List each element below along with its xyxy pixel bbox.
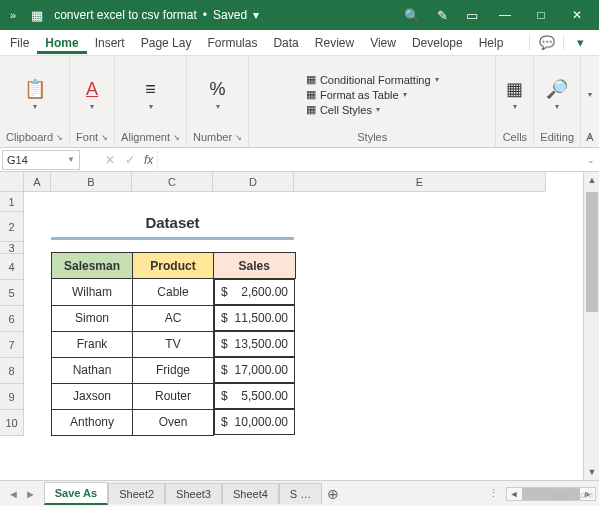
sheet-tab-sheet4[interactable]: Sheet4 <box>222 483 279 504</box>
menu-review[interactable]: Review <box>307 32 362 54</box>
row-header[interactable]: 8 <box>0 358 24 384</box>
table-row: AnthonyOven$10,000.00 <box>52 409 296 435</box>
tab-nav-next-icon[interactable]: ► <box>25 488 36 500</box>
row-header[interactable]: 2 <box>0 212 24 242</box>
group-label-cells: Cells <box>503 131 527 143</box>
ribbon-group-number: %▾ Number↘ <box>187 56 249 147</box>
menu-formulas[interactable]: Formulas <box>199 32 265 54</box>
scroll-up-icon[interactable]: ▲ <box>584 172 599 188</box>
dialog-launcher-icon[interactable]: ↘ <box>56 133 63 142</box>
editing-button[interactable]: 🔎▾ <box>542 76 572 113</box>
quick-access-more-icon[interactable]: » <box>4 9 22 21</box>
group-label-clipboard: Clipboard <box>6 131 53 143</box>
enter-formula-icon[interactable]: ✓ <box>120 153 140 167</box>
dataset-title: Dataset <box>51 210 294 240</box>
menu-file[interactable]: File <box>2 32 37 54</box>
table-icon: ▦ <box>306 88 316 101</box>
col-header-b[interactable]: B <box>51 172 132 192</box>
cells-button[interactable]: ▦▾ <box>502 76 527 113</box>
col-header-c[interactable]: C <box>132 172 213 192</box>
new-sheet-button[interactable]: ⊕ <box>322 486 344 502</box>
collapse-ribbon-icon[interactable]: ㅅ <box>585 131 595 145</box>
sheet-tab-overflow[interactable]: S … <box>279 483 322 504</box>
tab-nav: ◄ ► <box>0 488 44 500</box>
minimize-button[interactable]: — <box>487 8 523 22</box>
ribbon-group-styles: ▦Conditional Formatting▾ ▦Format as Tabl… <box>249 56 496 147</box>
col-header-d[interactable]: D <box>213 172 294 192</box>
row-header[interactable]: 4 <box>0 254 24 280</box>
scroll-left-icon[interactable]: ◄ <box>507 489 521 499</box>
row-header[interactable]: 10 <box>0 410 24 436</box>
title-dropdown-icon[interactable]: ▾ <box>249 8 263 22</box>
tab-split-handle[interactable]: ⋮ <box>484 487 503 500</box>
scrollbar-thumb[interactable] <box>586 192 598 312</box>
vertical-scrollbar[interactable]: ▲ ▼ <box>583 172 599 480</box>
name-box[interactable]: G14▼ <box>2 150 80 170</box>
paste-button[interactable]: 📋▾ <box>20 76 50 113</box>
dialog-launcher-icon[interactable]: ↘ <box>235 133 242 142</box>
scroll-down-icon[interactable]: ▼ <box>584 464 599 480</box>
row-header[interactable]: 1 <box>0 192 24 212</box>
group-label-editing: Editing <box>540 131 574 143</box>
close-button[interactable]: ✕ <box>559 8 595 22</box>
ribbon-group-cells: ▦▾ Cells <box>496 56 534 147</box>
title-bar: » ▦ convert excel to csv format • Saved … <box>0 0 599 30</box>
formula-bar[interactable] <box>157 150 583 170</box>
alignment-button[interactable]: ≡▾ <box>141 77 160 113</box>
fx-label[interactable]: fx <box>140 153 157 167</box>
cells-area[interactable]: Dataset Salesman Product Sales WilhamCab… <box>24 192 570 436</box>
cancel-formula-icon[interactable]: ✕ <box>100 153 120 167</box>
dialog-launcher-icon[interactable]: ↘ <box>173 133 180 142</box>
ribbon-group-clipboard: 📋▾ Clipboard↘ <box>0 56 70 147</box>
col-header-e[interactable]: E <box>294 172 546 192</box>
row-header[interactable]: 3 <box>0 242 24 254</box>
font-button[interactable]: A▾ <box>82 77 102 113</box>
maximize-button[interactable]: □ <box>523 8 559 22</box>
align-icon: ≡ <box>145 79 156 100</box>
clipboard-icon: 📋 <box>24 78 46 100</box>
pen-icon[interactable]: ✎ <box>427 8 457 23</box>
row-headers: 1 2 3 4 5 6 7 8 9 10 <box>0 192 24 436</box>
cells-icon: ▦ <box>506 78 523 100</box>
menu-insert[interactable]: Insert <box>87 32 133 54</box>
cell-styles-button[interactable]: ▦Cell Styles▾ <box>306 103 439 116</box>
menu-developer[interactable]: Develope <box>404 32 471 54</box>
row-header[interactable]: 5 <box>0 280 24 306</box>
table-row: SimonAC$11,500.00 <box>52 305 296 331</box>
header-product: Product <box>133 253 214 279</box>
font-icon: A <box>86 79 98 100</box>
menu-data[interactable]: Data <box>265 32 306 54</box>
menu-help[interactable]: Help <box>471 32 512 54</box>
number-button[interactable]: %▾ <box>206 77 230 113</box>
cond-fmt-icon: ▦ <box>306 73 316 86</box>
sheet-tab-sheet2[interactable]: Sheet2 <box>108 483 165 504</box>
save-status: Saved <box>211 8 249 22</box>
search-icon[interactable]: 🔍 <box>397 8 427 23</box>
ribbon: 📋▾ Clipboard↘ A▾ Font↘ ≡▾ Alignment↘ %▾ … <box>0 56 599 148</box>
select-all-corner[interactable] <box>0 172 24 192</box>
ribbon-display-icon[interactable]: ▭ <box>457 8 487 23</box>
menu-bar: File Home Insert Page Lay Formulas Data … <box>0 30 599 56</box>
dialog-launcher-icon[interactable]: ↘ <box>101 133 108 142</box>
header-salesman: Salesman <box>52 253 133 279</box>
worksheet-grid[interactable]: A B C D E 1 2 3 4 5 6 7 8 9 10 Dataset <box>0 172 599 480</box>
chevron-down-icon[interactable]: ▼ <box>67 155 75 164</box>
percent-icon: % <box>210 79 226 100</box>
row-header[interactable]: 9 <box>0 384 24 410</box>
tab-nav-prev-icon[interactable]: ◄ <box>8 488 19 500</box>
col-header-a[interactable]: A <box>24 172 51 192</box>
row-header[interactable]: 6 <box>0 306 24 332</box>
sheet-tab-save-as[interactable]: Save As <box>44 482 108 505</box>
ribbon-more-icon[interactable]: ▾ <box>563 35 597 50</box>
format-as-table-button[interactable]: ▦Format as Table▾ <box>306 88 439 101</box>
comments-button[interactable]: 💬 <box>529 35 563 50</box>
conditional-formatting-button[interactable]: ▦Conditional Formatting▾ <box>306 73 439 86</box>
menu-view[interactable]: View <box>362 32 404 54</box>
row-header[interactable]: 7 <box>0 332 24 358</box>
sheet-tab-sheet3[interactable]: Sheet3 <box>165 483 222 504</box>
menu-page-layout[interactable]: Page Lay <box>133 32 200 54</box>
formula-bar-row: G14▼ ✕ ✓ fx ⌄ <box>0 148 599 172</box>
menu-home[interactable]: Home <box>37 32 86 54</box>
group-label-styles: Styles <box>357 131 387 143</box>
expand-formula-bar-icon[interactable]: ⌄ <box>583 155 599 165</box>
